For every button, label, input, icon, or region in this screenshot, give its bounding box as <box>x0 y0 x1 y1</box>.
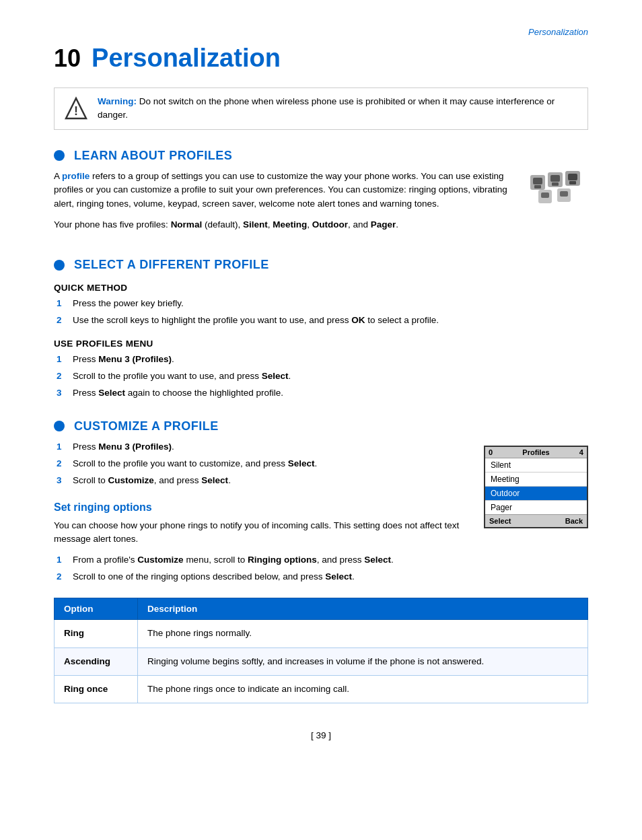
phone-screen-graphic: 0 Profiles 4 Silent Meeting Outdoor Page… <box>484 446 588 587</box>
warning-message: Do not switch on the phone when wireless… <box>98 96 555 120</box>
table-row: Ascending Ringing volume begins softly, … <box>55 648 588 675</box>
menu-step-1: Press Menu 3 (Profiles). <box>73 353 174 367</box>
list-item: 1 Press the power key briefly. <box>54 297 588 311</box>
quick-method-list: 1 Press the power key briefly. 2 Use the… <box>54 297 588 328</box>
phone-row-meeting: Meeting <box>485 473 587 487</box>
table-cell-option-ring: Ring <box>55 620 138 648</box>
section-bullet-3 <box>54 421 65 431</box>
phone-footer-left: Select <box>489 517 511 525</box>
list-item: 2 Scroll to the profile you want to use,… <box>54 370 588 384</box>
phone-ui-footer: Select Back <box>485 514 587 527</box>
customize-profile-body: 1 Press Menu 3 (Profiles). 2 Scroll to t… <box>54 440 588 587</box>
list-item: 2 Scroll to the profile you want to cust… <box>54 457 470 471</box>
warning-box: ! Warning: Do not switch on the phone wh… <box>54 88 588 130</box>
warning-icon: ! <box>64 96 88 120</box>
select-profile-body: QUICK METHOD 1 Press the power key brief… <box>54 283 588 400</box>
section-customize-profile-heading: CUSTOMIZE A PROFILE <box>54 419 588 433</box>
page-footer: [ 39 ] <box>54 730 588 740</box>
section-title-customize: CUSTOMIZE A PROFILE <box>74 419 219 433</box>
section-title-learn: LEARN ABOUT PROFILES <box>74 149 232 163</box>
set-ringing-heading: Set ringing options <box>54 501 470 514</box>
use-profiles-menu-heading: USE PROFILES MENU <box>54 339 588 349</box>
svg-rect-9 <box>568 174 577 180</box>
chapter-number: 10 <box>54 44 81 72</box>
phone-header-label: Profiles <box>522 448 549 456</box>
customize-step-2: Scroll to the profile you want to custom… <box>73 457 317 471</box>
list-num-1: 1 <box>57 297 66 311</box>
list-num-3: 3 <box>57 386 66 400</box>
svg-rect-12 <box>541 193 549 198</box>
profile-outdoor: Outdoor <box>312 219 348 230</box>
profile-meeting: Meeting <box>273 219 307 230</box>
learn-about-profiles-body: A profile refers to a group of settings … <box>54 170 588 240</box>
section-select-profile-heading: SELECT A DIFFERENT PROFILE <box>54 258 588 272</box>
table-header-description: Description <box>137 598 587 620</box>
svg-rect-10 <box>569 181 576 184</box>
list-item: 2 Scroll to one of the ringing options d… <box>54 570 470 584</box>
list-item: 1 Press Menu 3 (Profiles). <box>54 353 588 367</box>
svg-rect-7 <box>552 182 559 186</box>
list-num-1: 1 <box>57 353 66 367</box>
quick-step-2: Use the scroll keys to highlight the pro… <box>73 314 439 328</box>
section-bullet-2 <box>54 260 65 271</box>
table-header-option: Option <box>55 598 138 620</box>
profile-pager: Pager <box>371 219 396 230</box>
section-title-select: SELECT A DIFFERENT PROFILE <box>74 258 269 272</box>
learn-profiles-para2: Your phone has five profiles: Normal (de… <box>54 218 588 232</box>
profile-normal: Normal <box>171 219 203 230</box>
phone-footer-right: Back <box>565 517 583 525</box>
phone-ui-header: 0 Profiles 4 <box>485 447 587 458</box>
phone-ui-display: 0 Profiles 4 Silent Meeting Outdoor Page… <box>484 446 588 528</box>
list-num-2: 2 <box>57 570 66 584</box>
profile-silent: Silent <box>243 219 268 230</box>
chapter-title: 10Personalization <box>54 44 588 73</box>
quick-step-1: Press the power key briefly. <box>73 297 184 311</box>
phone-row-pager: Pager <box>485 501 587 514</box>
phone-row-silent: Silent <box>485 458 587 473</box>
quick-method-heading: QUICK METHOD <box>54 283 588 293</box>
phone-row-outdoor-selected: Outdoor <box>485 487 587 501</box>
profile-image <box>529 170 588 208</box>
list-num-1: 1 <box>57 440 66 454</box>
svg-rect-6 <box>550 175 560 182</box>
list-item: 1 From a profile's Customize menu, scrol… <box>54 553 470 567</box>
table-cell-desc-ascending: Ringing volume begins softly, and increa… <box>137 648 587 675</box>
ringing-step-2: Scroll to one of the ringing options des… <box>73 570 355 584</box>
set-ringing-steps: 1 From a profile's Customize menu, scrol… <box>54 553 470 584</box>
list-item: 3 Press Select again to choose the highl… <box>54 386 588 400</box>
profiles-decorative-image <box>529 170 588 206</box>
table-cell-option-ring-once: Ring once <box>55 675 138 703</box>
table-row: Ring The phone rings normally. <box>55 620 588 648</box>
svg-rect-4 <box>534 185 541 188</box>
page-header-title: Personalization <box>54 27 588 37</box>
use-profiles-menu-list: 1 Press Menu 3 (Profiles). 2 Scroll to t… <box>54 353 588 400</box>
customize-step-3: Scroll to Customize, and press Select. <box>73 474 231 488</box>
ringing-options-table: Option Description Ring The phone rings … <box>54 598 588 703</box>
list-item: 2 Use the scroll keys to highlight the p… <box>54 314 588 328</box>
phone-header-left: 0 <box>489 448 493 456</box>
learn-profiles-para1: A profile refers to a group of settings … <box>54 170 588 212</box>
section-learn-about-profiles-heading: LEARN ABOUT PROFILES <box>54 149 588 163</box>
list-num-3: 3 <box>57 474 66 488</box>
list-item: 1 Press Menu 3 (Profiles). <box>54 440 470 454</box>
menu-step-2: Scroll to the profile you want to use, a… <box>73 370 291 384</box>
section-bullet <box>54 150 65 161</box>
warning-label: Warning: <box>98 96 137 106</box>
list-num-1: 1 <box>57 553 66 567</box>
table-cell-desc-ring-once: The phone rings once to indicate an inco… <box>137 675 587 703</box>
list-num-2: 2 <box>57 457 66 471</box>
customize-steps-container: 1 Press Menu 3 (Profiles). 2 Scroll to t… <box>54 440 470 587</box>
svg-rect-3 <box>533 178 542 184</box>
customize-step-1: Press Menu 3 (Profiles). <box>73 440 174 454</box>
table-row: Ring once The phone rings once to indica… <box>55 675 588 703</box>
svg-text:!: ! <box>74 104 78 118</box>
customize-steps-list: 1 Press Menu 3 (Profiles). 2 Scroll to t… <box>54 440 470 488</box>
list-item: 3 Scroll to Customize, and press Select. <box>54 474 470 488</box>
set-ringing-intro: You can choose how your phone rings to n… <box>54 519 470 547</box>
table-cell-desc-ring: The phone rings normally. <box>137 620 587 648</box>
warning-text: Warning: Do not switch on the phone when… <box>98 95 578 123</box>
page-number: [ 39 ] <box>311 730 331 740</box>
list-num-2: 2 <box>57 370 66 384</box>
ringing-step-1: From a profile's Customize menu, scroll … <box>73 553 394 567</box>
profile-link: profile <box>62 171 90 181</box>
